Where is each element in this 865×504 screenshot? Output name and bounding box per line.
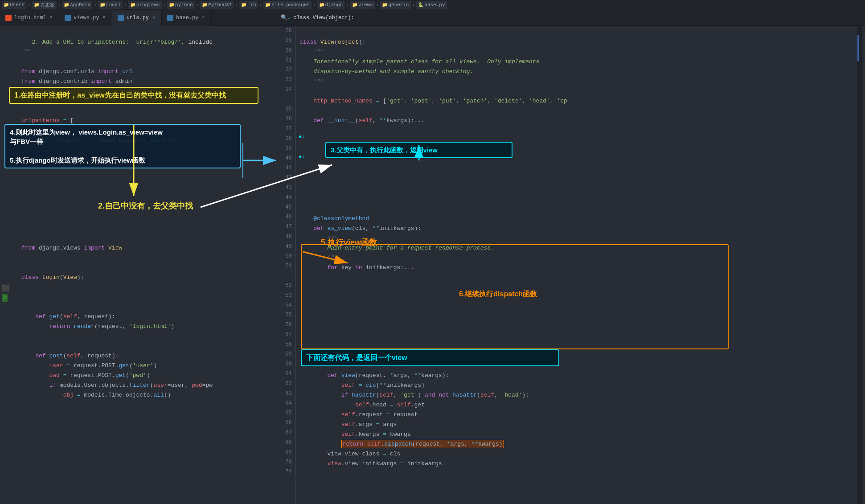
bc-generic: 📁 generic <box>380 1 410 9</box>
right-pane: 🔍↓ class View(object): 28293031323334353… <box>276 0 865 504</box>
bc-views: 📁 views <box>350 1 375 9</box>
tab-base-py-label: base.py <box>176 15 198 21</box>
left-code-area: 2. Add a URL to urlpatterns: url(r'^blog… <box>0 26 276 504</box>
right-code-area: 2829303132333435363738394041424344454647… <box>276 26 865 504</box>
right-header: 🔍↓ class View(object): <box>276 10 865 26</box>
html-icon <box>5 15 12 21</box>
bc-users: 📁 Users <box>2 1 26 9</box>
search-cursor-icon: 🔍↓ <box>281 14 291 21</box>
close-urls-py[interactable]: × <box>152 15 156 21</box>
scroll-indicator <box>857 35 859 61</box>
bc-python37: 📁 Python37 <box>200 1 234 9</box>
tab-base-py[interactable]: base.py × <box>162 10 211 26</box>
breadcrumb: 📁 Users › 📁 方志案 › 📁 AppData › 📁 Local › … <box>0 0 865 10</box>
git-icon: ✓ <box>2 294 8 302</box>
close-login-html[interactable]: × <box>49 15 53 20</box>
bc-lib: 📁 Lib <box>239 1 258 9</box>
gutter-marker-47: ●↓ <box>299 134 305 140</box>
bc-django: 📁 django <box>317 1 345 9</box>
tab-urls-py[interactable]: urls.py × <box>112 10 162 26</box>
bc-appdata: 📁 AppData <box>62 1 92 9</box>
py-icon-views <box>65 15 71 21</box>
bc-notes: 📁 方志案 <box>32 1 57 9</box>
left-tab-bar: login.html × views.py × urls.py × base.p… <box>0 10 276 26</box>
close-base-py[interactable]: × <box>201 15 206 20</box>
tab-views-py-label: views.py <box>74 15 99 21</box>
gutter-marker-48: ●↓ <box>299 154 305 160</box>
bc-basepy: 🐍 base.py <box>416 1 447 9</box>
bc-local: 📁 Local <box>98 1 123 9</box>
tab-views-py[interactable]: views.py × <box>59 10 112 26</box>
tab-login-html[interactable]: login.html × <box>0 10 59 26</box>
bc-site-packages: 📁 site-packages <box>263 1 312 9</box>
bookmark-icon-1: ⬛ <box>2 284 9 292</box>
bc-programs: 📁 programs <box>128 1 162 9</box>
left-code-content: 2. Add a URL to urlpatterns: url(r'^blog… <box>18 26 276 504</box>
tab-login-html-label: login.html <box>14 15 46 21</box>
tab-urls-py-label: urls.py <box>127 15 149 21</box>
right-scrollbar[interactable] <box>857 26 862 504</box>
right-code-content: class View(object): """ Intentionally si… <box>296 26 860 504</box>
editor-container: 📁 Users › 📁 方志案 › 📁 AppData › 📁 Local › … <box>0 0 865 504</box>
right-header-label: class View(object): <box>293 15 354 21</box>
right-line-numbers: 2829303132333435363738394041424344454647… <box>276 26 296 504</box>
py-icon-base <box>167 15 173 21</box>
left-pane: login.html × views.py × urls.py × base.p… <box>0 0 276 504</box>
close-views-py[interactable]: × <box>102 15 107 20</box>
bc-python: 📁 python <box>167 1 195 9</box>
py-icon-urls <box>118 15 124 21</box>
